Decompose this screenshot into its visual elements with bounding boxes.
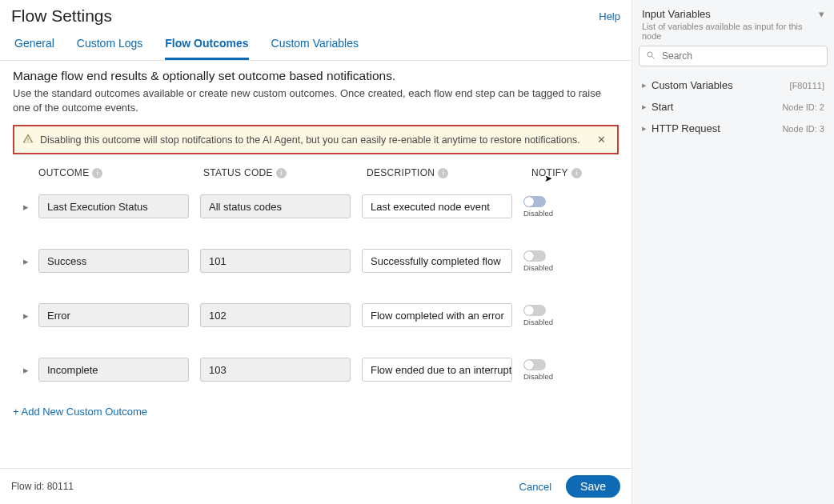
variable-meta: [F80111] <box>790 81 824 90</box>
outcome-field[interactable]: Last Execution Status <box>38 194 189 218</box>
tab-custom-logs[interactable]: Custom Logs <box>77 37 142 60</box>
expand-row-icon[interactable]: ▸ <box>13 255 38 267</box>
svg-line-1 <box>652 56 655 58</box>
cancel-button[interactable]: Cancel <box>519 481 551 493</box>
outcome-rows: ▸Last Execution StatusAll status codesLa… <box>13 185 619 402</box>
save-button[interactable]: Save <box>566 475 620 498</box>
status-code-field[interactable]: 102 <box>200 303 351 327</box>
tab-flow-outcomes[interactable]: Flow Outcomes <box>165 37 248 60</box>
outcome-field[interactable]: Incomplete <box>38 358 189 382</box>
variable-item[interactable]: ▸StartNode ID: 2 <box>639 96 828 118</box>
col-outcome-label: OUTCOME <box>38 167 89 178</box>
variable-label: Start <box>652 101 673 113</box>
variable-meta: Node ID: 3 <box>782 124 824 134</box>
notify-status-label: Disabled <box>523 318 553 326</box>
section-subtext: Use the standard outcomes available or c… <box>13 86 619 115</box>
notify-toggle[interactable] <box>523 250 546 262</box>
search-icon <box>646 50 656 62</box>
status-code-field[interactable]: All status codes <box>200 194 351 218</box>
variable-list: ▸Custom Variables[F80111]▸StartNode ID: … <box>639 74 828 139</box>
description-field[interactable]: Last executed node event <box>362 194 512 218</box>
warning-alert: Disabling this outcome will stop notifca… <box>13 125 619 154</box>
outcome-row: ▸Last Execution StatusAll status codesLa… <box>13 185 619 239</box>
expand-row-icon[interactable]: ▸ <box>13 364 38 376</box>
info-icon[interactable]: i <box>276 168 287 178</box>
notify-status-label: Disabled <box>523 372 553 381</box>
info-icon[interactable]: i <box>571 168 582 178</box>
description-field[interactable]: Flow ended due to an interruption <box>362 358 512 382</box>
flow-id-label: Flow id: 80111 <box>11 481 74 492</box>
search-input-wrapper[interactable] <box>639 46 828 66</box>
outcome-field[interactable]: Success <box>38 249 189 273</box>
alert-text: Disabling this outcome will stop notifca… <box>40 134 587 146</box>
description-field[interactable]: Flow completed with an error <box>362 303 512 327</box>
status-code-field[interactable]: 101 <box>200 249 351 273</box>
variable-meta: Node ID: 2 <box>782 102 824 112</box>
tab-general[interactable]: General <box>14 37 54 60</box>
col-desc-label: DESCRIPTION <box>367 167 435 178</box>
side-panel-title: Input Variables <box>642 8 711 20</box>
help-link[interactable]: Help <box>599 10 620 22</box>
warning-icon <box>22 133 34 146</box>
outcome-row: ▸Incomplete103Flow ended due to an inter… <box>13 348 619 402</box>
variable-item[interactable]: ▸HTTP RequestNode ID: 3 <box>639 118 828 139</box>
outcome-row: ▸Success101Successfully completed flowDi… <box>13 239 619 294</box>
outcome-field[interactable]: Error <box>38 303 189 327</box>
notify-status-label: Disabled <box>523 209 553 218</box>
page-title: Flow Settings <box>11 6 112 26</box>
footer: Flow id: 80111 Cancel Save <box>0 468 632 504</box>
notify-toggle[interactable] <box>523 359 546 370</box>
chevron-right-icon: ▸ <box>642 80 647 90</box>
description-field[interactable]: Successfully completed flow <box>362 249 512 273</box>
notify-toggle[interactable] <box>523 305 546 316</box>
variable-item[interactable]: ▸Custom Variables[F80111] <box>639 74 828 96</box>
expand-row-icon[interactable]: ▸ <box>13 201 38 213</box>
col-status-label: STATUS CODE <box>203 167 273 178</box>
chevron-right-icon: ▸ <box>642 123 647 134</box>
column-headers: OUTCOMEi STATUS CODEi DESCRIPTIONi NOTIF… <box>13 162 619 185</box>
tab-custom-variables[interactable]: Custom Variables <box>271 37 359 60</box>
section-heading: Manage flow end results & optionally set… <box>13 69 619 83</box>
svg-point-0 <box>648 52 652 57</box>
info-icon[interactable]: i <box>438 168 448 178</box>
variable-label: Custom Variables <box>652 79 733 91</box>
notify-toggle[interactable] <box>523 196 546 207</box>
chevron-right-icon: ▸ <box>642 102 647 112</box>
status-code-field[interactable]: 103 <box>200 358 351 382</box>
alert-close-button[interactable]: ✕ <box>594 134 609 146</box>
side-panel-subtitle: List of variables available as input for… <box>639 22 828 46</box>
info-icon[interactable]: i <box>92 168 102 178</box>
notify-status-label: Disabled <box>523 263 553 272</box>
outcome-row: ▸Error102Flow completed with an errorDis… <box>13 294 619 348</box>
expand-row-icon[interactable]: ▸ <box>13 310 38 322</box>
variable-label: HTTP Request <box>652 122 720 134</box>
search-input[interactable] <box>660 50 820 62</box>
side-collapse-icon[interactable]: ▾ <box>819 8 824 20</box>
tabs: GeneralCustom LogsFlow OutcomesCustom Va… <box>0 26 632 61</box>
add-outcome-link[interactable]: + Add New Custom Outcome <box>13 402 147 421</box>
cursor-icon: ➤ <box>544 173 552 184</box>
